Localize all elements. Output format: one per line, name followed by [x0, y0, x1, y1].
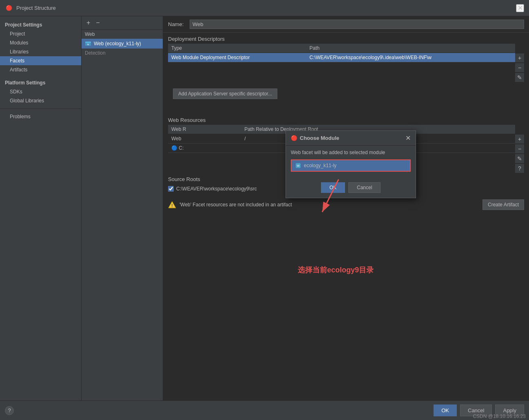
cell-path: C:\WEAVER\workspace\ecology9\.idea\web\W… — [306, 53, 515, 62]
sidebar-item-facets[interactable]: Facets — [0, 56, 81, 65]
remove-descriptor-row-button[interactable]: − — [515, 63, 524, 72]
cell-type: Web Module Deployment Descriptor — [168, 53, 306, 62]
add-descriptor-row-button[interactable]: + — [515, 53, 524, 62]
bottom-left: ? — [5, 406, 14, 415]
add-descriptor-button[interactable]: Add Application Server specific descript… — [173, 88, 277, 99]
cell-web-r: 🔵 C: — [168, 144, 241, 153]
add-facet-button[interactable]: + — [85, 19, 92, 27]
app-icon: 🔴 — [5, 4, 13, 12]
deployment-descriptors-label: Deployment Descriptors — [163, 33, 529, 44]
modal-buttons: OK Cancel — [286, 179, 416, 198]
sidebar-item-project[interactable]: Project — [0, 29, 81, 38]
edit-web-resource-button[interactable]: ✎ — [515, 154, 524, 163]
sidebar: Project Settings Project Modules Librari… — [0, 16, 82, 400]
spacer — [163, 106, 529, 114]
cell-web-r: Web — [168, 134, 241, 144]
modal-ok-button[interactable]: OK — [321, 182, 345, 193]
sidebar-item-modules[interactable]: Modules — [0, 38, 81, 47]
descriptor-table: Type Path Web Module Deployment Descript… — [168, 44, 515, 62]
sidebar-item-label: Facets — [10, 58, 24, 64]
middle-toolbar: + − — [82, 16, 163, 30]
facet-item-label: Web (ecology_k11-ly) — [94, 41, 141, 46]
sidebar-item-problems[interactable]: Problems — [0, 112, 81, 121]
source-root-path: C:\WEAVER\workspace\ecology9\src — [176, 186, 257, 192]
platform-settings-title: Platform Settings — [0, 77, 81, 87]
module-item[interactable]: W ecology_k11-ly — [291, 159, 411, 172]
web-resources-label: Web Resources — [163, 114, 529, 125]
modal-title: 🔴 Choose Module — [291, 135, 339, 141]
col-web-r: Web R — [168, 125, 241, 134]
sidebar-item-label: Problems — [10, 114, 31, 119]
source-root-checkbox[interactable] — [168, 186, 174, 192]
bottom-bar: ? OK Cancel Apply — [0, 400, 529, 420]
edit-descriptor-row-button[interactable]: ✎ — [515, 73, 524, 82]
csdn-watermark: CSDN @18.10.16.16.23 — [473, 413, 526, 419]
sidebar-item-global-libraries[interactable]: Global Libraries — [0, 96, 81, 105]
sidebar-item-sdks[interactable]: SDKs — [0, 87, 81, 96]
problems-section: Problems — [0, 108, 81, 121]
middle-panel: + − Web W Web (ecology_k11-ly) Detection — [82, 16, 163, 400]
add-descriptor-btn-wrapper: Add Application Server specific descript… — [163, 82, 529, 106]
descriptor-table-buttons: + − ✎ — [515, 44, 524, 82]
col-path: Path — [306, 44, 515, 53]
platform-settings-section: Platform Settings SDKs Global Libraries — [0, 77, 81, 105]
warning-icon: ! — [168, 201, 176, 209]
modal-cancel-button[interactable]: Cancel — [348, 182, 381, 193]
right-content: Deployment Descriptors Type Path — [163, 33, 529, 400]
choose-module-dialog: 🔴 Choose Module ✕ Web facet will be adde… — [286, 130, 416, 198]
warning-text: 'Web' Facet resources are not included i… — [179, 202, 479, 208]
app-icon-symbol: 🔴 — [6, 5, 12, 11]
facet-tree-root: Web — [82, 30, 163, 39]
table-row[interactable]: Web Module Deployment Descriptor C:\WEAV… — [168, 53, 515, 62]
help-button[interactable]: ? — [5, 406, 14, 415]
create-artifact-button[interactable]: Create Artifact — [483, 199, 524, 210]
name-label: Name: — [168, 21, 186, 27]
title-bar: 🔴 Project Structure ✕ — [0, 0, 529, 16]
detection-label: Detection — [82, 49, 163, 57]
name-input[interactable] — [190, 20, 524, 29]
remove-web-resource-button[interactable]: − — [515, 144, 524, 153]
modal-close-button[interactable]: ✕ — [405, 134, 411, 142]
table-container-inner: Type Path Web Module Deployment Descript… — [168, 44, 524, 82]
sidebar-item-label: Global Libraries — [10, 98, 44, 104]
sidebar-item-libraries[interactable]: Libraries — [0, 47, 81, 56]
svg-rect-1 — [85, 42, 91, 43]
module-icon: W — [295, 162, 301, 169]
web-resources-buttons: + − ✎ ? — [515, 125, 524, 173]
module-item-label: ecology_k11-ly — [304, 163, 336, 168]
web-facet-icon: W — [85, 40, 91, 47]
deployment-descriptors-container: Type Path Web Module Deployment Descript… — [163, 44, 529, 82]
project-settings-section-title: Project Settings — [0, 20, 81, 29]
deployment-table-area: Type Path Web Module Deployment Descript… — [168, 44, 515, 82]
sidebar-item-label: Project — [10, 31, 25, 37]
modal-app-icon: 🔴 — [291, 135, 297, 141]
modal-description: Web facet will be added to selected modu… — [291, 150, 411, 155]
help-web-resource-button[interactable]: ? — [515, 164, 524, 173]
sidebar-item-label: Artifacts — [10, 67, 27, 73]
svg-text:!: ! — [171, 203, 173, 208]
name-row: Name: — [163, 16, 529, 33]
main-layout: Project Settings Project Modules Librari… — [0, 16, 529, 400]
add-web-resource-button[interactable]: + — [515, 135, 524, 144]
sidebar-item-artifacts[interactable]: Artifacts — [0, 65, 81, 74]
svg-text:W: W — [87, 43, 89, 46]
modal-body: Web facet will be added to selected modu… — [286, 146, 416, 179]
sidebar-item-label: SDKs — [10, 89, 22, 95]
sidebar-item-label: Libraries — [10, 49, 29, 55]
svg-text:W: W — [297, 164, 300, 167]
right-panel: Name: Deployment Descriptors Type Path — [163, 16, 529, 400]
ok-button[interactable]: OK — [434, 405, 457, 416]
col-type: Type — [168, 44, 306, 53]
sidebar-item-label: Modules — [10, 40, 28, 46]
warning-bar: ! 'Web' Facet resources are not included… — [163, 196, 529, 213]
remove-facet-button[interactable]: − — [94, 19, 101, 27]
modal-title-bar: 🔴 Choose Module ✕ — [286, 131, 416, 146]
window-title: Project Structure — [16, 5, 56, 11]
modal-title-text: Choose Module — [300, 135, 339, 141]
close-window-button[interactable]: ✕ — [516, 4, 524, 12]
facet-tree-item-web[interactable]: W Web (ecology_k11-ly) — [82, 39, 163, 49]
